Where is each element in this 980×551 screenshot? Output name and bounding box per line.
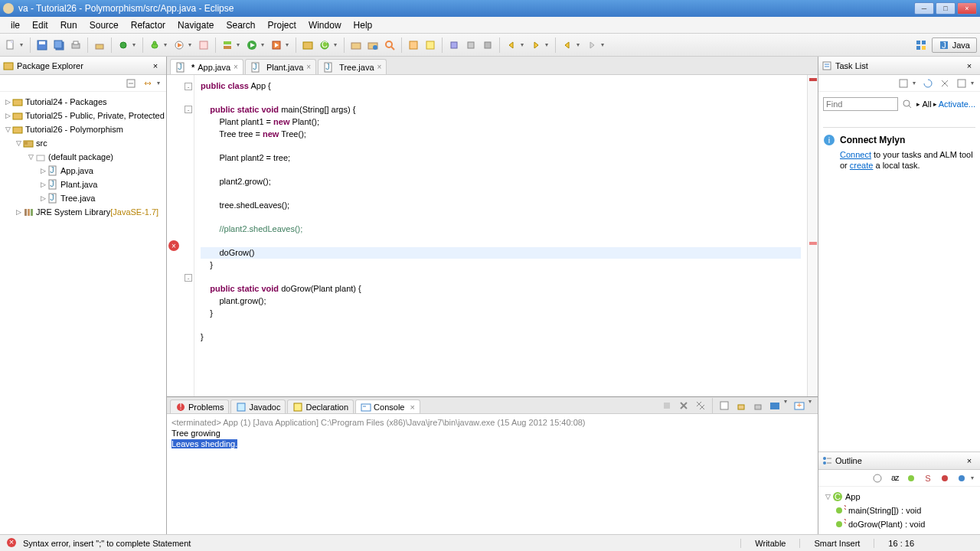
terminate-button[interactable]: [659, 398, 675, 413]
outline-item[interactable]: doGrow(Plant) : void: [848, 520, 925, 529]
menu-edit[interactable]: Edit: [26, 18, 54, 33]
tree-item[interactable]: App.java: [60, 166, 93, 175]
toggle-highlight-button[interactable]: [423, 37, 438, 53]
find-input[interactable]: [823, 97, 898, 111]
menu-run[interactable]: Run: [54, 18, 83, 33]
console-output[interactable]: <terminated> App (1) [Java Application] …: [167, 414, 818, 534]
tasklist-close-icon[interactable]: ×: [962, 58, 977, 73]
error-overview-mark[interactable]: [809, 242, 817, 245]
outline-close-icon[interactable]: ×: [962, 453, 977, 468]
new-class-button[interactable]: C: [317, 37, 332, 53]
link-editor-button[interactable]: [140, 76, 155, 91]
error-overview-mark[interactable]: [809, 78, 817, 81]
editor-tab-plant[interactable]: JPlant.java×: [245, 59, 316, 74]
save-all-button[interactable]: [51, 37, 67, 53]
external-tools-button[interactable]: [196, 37, 211, 53]
search-icon[interactable]: [900, 96, 915, 112]
package-explorer-close-icon[interactable]: ×: [148, 58, 163, 73]
menu-refactor[interactable]: Refactor: [125, 18, 172, 33]
tree-item[interactable]: Tutorial24 - Packages: [25, 97, 107, 106]
clear-console-button[interactable]: [717, 398, 732, 413]
open-console-button[interactable]: +: [792, 398, 807, 413]
maximize-button[interactable]: □: [936, 2, 956, 15]
forward-button[interactable]: [584, 37, 599, 53]
hide-nonpublic-button[interactable]: [937, 471, 952, 486]
tree-item[interactable]: Tutorial26 - Polymorphism: [25, 125, 123, 134]
tab-javadoc[interactable]: Javadoc: [230, 399, 286, 413]
connect-link[interactable]: Connect: [840, 150, 871, 159]
tab-console[interactable]: Console×: [355, 399, 420, 413]
run-last-button[interactable]: [172, 37, 187, 53]
save-button[interactable]: [34, 37, 50, 53]
pin-console-button[interactable]: [750, 398, 766, 413]
editor-tab-tree[interactable]: JTree.java×: [318, 59, 387, 74]
overview-ruler[interactable]: [807, 75, 818, 396]
create-link[interactable]: create: [850, 161, 874, 170]
prev-annotation-button[interactable]: [504, 37, 519, 53]
tree-item[interactable]: JRE System Library: [36, 207, 110, 217]
minimize-button[interactable]: ─: [914, 2, 934, 15]
debug-button[interactable]: [147, 37, 162, 53]
outline-item[interactable]: main(String[]) : void: [848, 506, 921, 515]
view-menu-icon[interactable]: ▾: [157, 80, 163, 86]
remove-all-button[interactable]: [693, 398, 708, 413]
new-task-button[interactable]: [896, 76, 911, 91]
run-button[interactable]: [244, 37, 260, 53]
fold-icon[interactable]: -: [185, 83, 192, 90]
coverage-button[interactable]: [220, 37, 235, 53]
run-ext-button[interactable]: [269, 37, 284, 53]
print-button[interactable]: [68, 37, 83, 53]
search-button[interactable]: [382, 37, 397, 53]
categorize-button[interactable]: [937, 76, 952, 91]
collapse-all-button[interactable]: [123, 76, 139, 91]
back-button[interactable]: [560, 37, 575, 53]
view-menu-icon[interactable]: ▾: [971, 474, 977, 481]
hide-local-button[interactable]: [954, 471, 969, 486]
tab-declaration[interactable]: Declaration: [287, 399, 354, 413]
menu-project[interactable]: Project: [262, 18, 302, 33]
error-marker-icon[interactable]: ×: [168, 240, 179, 251]
outline-item[interactable]: App: [845, 492, 861, 501]
tree-item[interactable]: src: [36, 139, 47, 148]
all-label[interactable]: All: [922, 99, 931, 109]
skip-breakpoints-button[interactable]: [116, 37, 131, 53]
view-menu-icon[interactable]: ▾: [971, 80, 977, 86]
new-button[interactable]: [3, 37, 18, 53]
outline-tree[interactable]: ▽CApp Smain(String[]) : void SdoGrow(Pla…: [818, 487, 980, 534]
java-perspective-button[interactable]: J Java: [932, 37, 977, 53]
fold-icon[interactable]: -: [185, 274, 192, 282]
tab-problems[interactable]: !Problems: [170, 399, 229, 413]
build-button[interactable]: [92, 37, 107, 53]
menu-window[interactable]: Window: [302, 18, 348, 33]
close-button[interactable]: ×: [957, 2, 977, 15]
scroll-lock-button[interactable]: [733, 398, 749, 413]
open-task-button[interactable]: [365, 37, 381, 53]
menu-file[interactable]: ile: [5, 18, 26, 33]
toggle-block-button[interactable]: [446, 37, 462, 53]
open-perspective-button[interactable]: [913, 37, 929, 53]
tree-item[interactable]: Plant.java: [60, 180, 97, 189]
collapse-tasks-button[interactable]: [954, 76, 969, 91]
editor-gutter[interactable]: - - × -: [167, 75, 194, 396]
hide-fields-button[interactable]: [903, 471, 919, 486]
close-icon[interactable]: ×: [306, 63, 311, 71]
fold-icon[interactable]: -: [185, 106, 192, 113]
hide-static-button[interactable]: S: [920, 471, 936, 486]
close-icon[interactable]: ×: [234, 63, 238, 71]
open-type-button[interactable]: [348, 37, 364, 53]
display-console-button[interactable]: [767, 398, 782, 413]
close-icon[interactable]: ×: [377, 63, 382, 71]
editor-tab-app[interactable]: J*App.java×: [170, 59, 243, 74]
tree-item[interactable]: Tree.java: [60, 194, 95, 203]
menu-search[interactable]: Search: [220, 18, 261, 33]
close-icon[interactable]: ×: [410, 403, 414, 412]
pin-editor-button[interactable]: [480, 37, 495, 53]
menu-source[interactable]: Source: [83, 18, 125, 33]
new-package-button[interactable]: [300, 37, 315, 53]
sync-button[interactable]: [920, 76, 936, 91]
next-annotation-button[interactable]: [528, 37, 544, 53]
toggle-mark-button[interactable]: [406, 37, 421, 53]
focus-button[interactable]: [870, 471, 885, 486]
package-explorer-tree[interactable]: ▷Tutorial24 - Packages ▷Tutorial25 - Pub…: [0, 92, 166, 534]
show-whitespace-button[interactable]: [463, 37, 479, 53]
